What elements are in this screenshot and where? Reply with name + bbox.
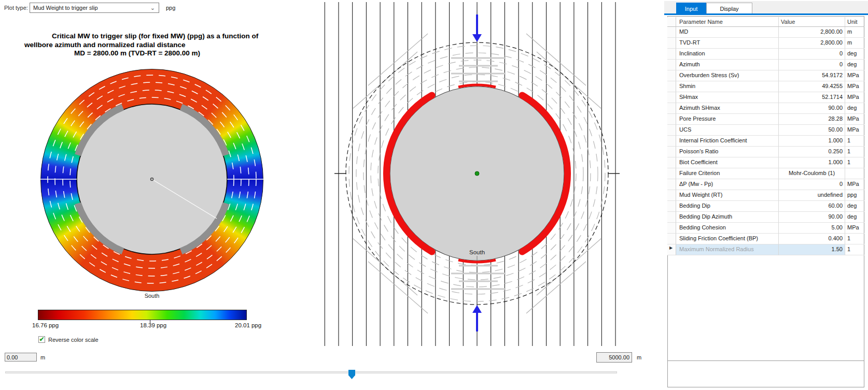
row-selector-cell: ▶ — [667, 244, 676, 255]
reverse-color-scale-checkbox[interactable]: ✔ — [38, 336, 45, 343]
parameter-value-cell[interactable]: 28.28 — [779, 114, 845, 125]
parameter-value-cell[interactable]: 1.000 — [779, 136, 845, 147]
left-plot-title-line2: wellbore azimuth and normalized radial d… — [24, 41, 186, 49]
parameter-value-cell[interactable]: 0 — [779, 60, 845, 70]
table-row[interactable]: Shmin49.4255MPa — [667, 81, 864, 92]
row-selector-cell — [667, 38, 676, 49]
parameter-name-cell: Inclination — [676, 49, 779, 60]
parameter-value-cell[interactable]: 2,800.00 — [779, 27, 845, 38]
parameter-unit-cell: 1 — [845, 157, 864, 168]
parameter-value-cell[interactable]: 0.400 — [779, 234, 845, 244]
parameter-value-cell[interactable]: 52.1714 — [779, 92, 845, 103]
table-row[interactable]: Sliding Friction Coefficient (BP)0.4001 — [667, 234, 864, 244]
row-selector-cell — [667, 27, 676, 38]
parameter-unit-cell: deg — [845, 201, 864, 212]
parameter-value-cell[interactable]: 60.00 — [779, 201, 845, 212]
table-row[interactable]: Bedding Dip Azimuth90.00deg — [667, 212, 864, 223]
table-header-row: Parameter Name Value Unit — [667, 17, 864, 27]
depth-min-input[interactable]: 0.00 — [5, 353, 37, 362]
parameter-unit-cell: deg — [845, 212, 864, 223]
table-row[interactable]: SHmax52.1714MPa — [667, 92, 864, 103]
table-row[interactable]: Pore Pressure28.28MPa — [667, 114, 864, 125]
parameter-value-cell[interactable]: 50.00 — [779, 125, 845, 136]
parameter-unit-cell: 1 — [845, 234, 864, 244]
table-row[interactable]: Failure CriterionMohr-Coulomb (1) — [667, 168, 864, 179]
header-value: Value — [779, 17, 845, 26]
table-row[interactable]: ΔP (Mw - Pp)0MPa — [667, 179, 864, 190]
color-scale-bar — [38, 310, 247, 320]
tab-display[interactable]: Display — [706, 3, 752, 15]
table-row[interactable]: Azimuth SHmax90.00deg — [667, 103, 864, 114]
row-selector-cell — [667, 223, 676, 234]
depth-max-input[interactable]: 5000.00 — [596, 352, 632, 363]
middle-plot-south-label: South — [469, 249, 485, 255]
table-row[interactable]: TVD-RT2,800.00m — [667, 38, 864, 49]
parameter-unit-cell: ppg — [845, 190, 864, 201]
table-row[interactable]: Biot Coefficient1.0001 — [667, 157, 864, 168]
parameter-value-cell[interactable]: 1.50 — [779, 244, 845, 255]
parameter-name-cell: Biot Coefficient — [676, 157, 779, 168]
parameter-name-cell: ΔP (Mw - Pp) — [676, 179, 779, 190]
row-selector-cell — [667, 49, 676, 60]
parameter-name-cell: Bedding Dip Azimuth — [676, 212, 779, 223]
table-row[interactable]: Mud Weight (RT)undefinedppg — [667, 190, 864, 201]
table-row[interactable]: Bedding Dip60.00deg — [667, 201, 864, 212]
parameter-unit-cell: m — [845, 38, 864, 49]
depth-slider-track[interactable] — [5, 371, 617, 373]
color-scale-min-label: 16.76 ppg — [32, 322, 59, 328]
parameter-value-cell[interactable]: 0 — [779, 179, 845, 190]
tab-accent-underline — [664, 13, 868, 15]
table-row[interactable]: Poisson's Ratio0.2501 — [667, 147, 864, 157]
table-row[interactable]: Azimuth0deg — [667, 60, 864, 70]
bedding-slip-map-plot: South — [290, 0, 648, 390]
row-selector-cell — [667, 125, 676, 136]
arrow-up-icon — [472, 305, 482, 313]
parameter-value-cell[interactable]: 90.00 — [779, 212, 845, 223]
parameter-unit-cell: MPa — [845, 92, 864, 103]
parameter-value-cell[interactable]: Mohr-Coulomb (1) — [779, 168, 845, 179]
table-row[interactable]: Inclination0deg — [667, 49, 864, 60]
parameter-name-cell: Poisson's Ratio — [676, 147, 779, 157]
parameter-value-cell[interactable]: 90.00 — [779, 103, 845, 114]
parameter-unit-cell: 1 — [845, 136, 864, 147]
row-selector-cell — [667, 201, 676, 212]
parameter-name-cell: TVD-RT — [676, 38, 779, 49]
reverse-color-scale-label: Reverse color scale — [48, 337, 99, 343]
row-selector-cell — [667, 136, 676, 147]
table-row[interactable]: UCS50.00MPa — [667, 125, 864, 136]
parameter-value-cell[interactable]: 1.000 — [779, 157, 845, 168]
table-row[interactable]: ▶Maximum Normalized Radius1.501 — [667, 244, 864, 255]
parameter-name-cell: UCS — [676, 125, 779, 136]
row-selector-cell — [667, 234, 676, 244]
polar-plot-overlay — [40, 69, 263, 292]
table-row[interactable]: Internal Friction Coefficient1.0001 — [667, 136, 864, 147]
checkmark-icon: ✔ — [39, 336, 44, 343]
row-selector-cell — [667, 179, 676, 190]
right-panel-tabstrip: Input Display — [664, 1, 868, 13]
depth-max-unit-label: m — [637, 354, 641, 360]
plot-type-value: Mud Weight to trigger slip — [33, 5, 98, 11]
param-table-body: MD2,800.00mTVD-RT2,800.00mInclination0de… — [667, 27, 864, 255]
table-row[interactable]: Bedding Cohesion5.00MPa — [667, 223, 864, 234]
parameter-value-cell[interactable]: 54.9172 — [779, 70, 845, 81]
row-selector-cell — [667, 190, 676, 201]
row-selector-cell — [667, 92, 676, 103]
parameter-unit-cell: MPa — [845, 223, 864, 234]
row-selector-cell — [667, 114, 676, 125]
depth-min-unit-label: m — [40, 354, 45, 360]
plot-type-dropdown[interactable]: Mud Weight to trigger slip ⌄ — [30, 3, 159, 13]
header-unit: Unit — [845, 17, 864, 26]
center-point-marker — [475, 171, 479, 176]
parameter-value-cell[interactable]: 2,800.00 — [779, 38, 845, 49]
parameter-value-cell[interactable]: 49.4255 — [779, 81, 845, 92]
row-selector-cell — [667, 212, 676, 223]
parameter-name-cell: Maximum Normalized Radius — [676, 244, 779, 255]
parameter-value-cell[interactable]: 0.250 — [779, 147, 845, 157]
table-row[interactable]: Overburden Stress (Sv)54.9172MPa — [667, 70, 864, 81]
header-selector-cell — [667, 17, 676, 26]
parameter-value-cell[interactable]: 5.00 — [779, 223, 845, 234]
parameter-value-cell[interactable]: undefined — [779, 190, 845, 201]
tab-input[interactable]: Input — [676, 3, 706, 15]
parameter-value-cell[interactable]: 0 — [779, 49, 845, 60]
table-row[interactable]: MD2,800.00m — [667, 27, 864, 38]
